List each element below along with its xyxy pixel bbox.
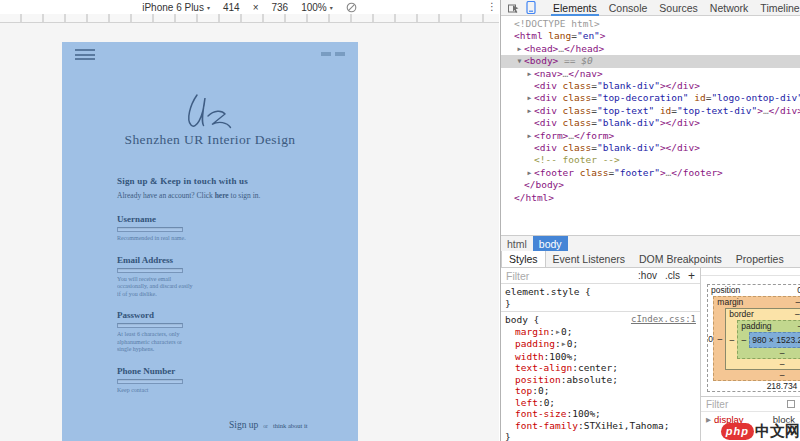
css-property[interactable]: position:absolute;: [505, 374, 696, 386]
form-field: Phone NumberKeep contact: [117, 366, 202, 395]
signup-form: Sign up & Keep in touch with us Already …: [117, 176, 202, 406]
style-rules: element.style {}body {cIndex.css:1margin…: [501, 284, 700, 441]
padding-left-value[interactable]: –: [738, 335, 749, 345]
media-query-ruler[interactable]: [0, 14, 499, 23]
css-property[interactable]: font-family:STXiHei,Tahoma;: [505, 420, 696, 432]
breadcrumb-html[interactable]: html: [501, 236, 533, 251]
site-title: Shenzhen UR Interior Design: [62, 132, 358, 148]
box-model-padding-label: padding: [738, 321, 774, 332]
devtools-panel: ElementsConsoleSourcesNetworkTimeline » …: [500, 0, 800, 441]
watermark-php-badge: php: [721, 423, 754, 440]
password-input[interactable]: [117, 323, 183, 328]
sidebar-tab-properties[interactable]: Properties: [729, 251, 791, 267]
css-property[interactable]: margin:▶0;: [505, 326, 696, 339]
inspect-element-icon[interactable]: [508, 2, 520, 14]
dom-node[interactable]: ▶<footer class="footer">…</footer>: [501, 167, 800, 179]
border-bottom-value[interactable]: –: [726, 359, 800, 369]
viewport-height-field[interactable]: 736: [271, 2, 288, 13]
border-left-value[interactable]: –: [726, 335, 737, 345]
sidebar-tab-styles[interactable]: Styles: [501, 251, 546, 267]
dom-node[interactable]: ▶<form>…</form>: [501, 130, 800, 142]
toggle-class-button[interactable]: .cls: [665, 270, 680, 281]
computed-filter-input[interactable]: Filter: [706, 399, 728, 410]
box-model-diagram[interactable]: position0 0 margin– – border– –: [707, 284, 800, 392]
show-all-checkbox[interactable]: [787, 400, 795, 408]
new-style-rule-button[interactable]: +: [688, 269, 695, 283]
viewport-width-field[interactable]: 414: [223, 2, 240, 13]
footer-or-label: or: [263, 423, 268, 429]
style-rule[interactable]: body {cIndex.css:1margin:▶0;padding:▶0;w…: [501, 312, 700, 441]
tab-network[interactable]: Network: [704, 0, 755, 16]
margin-bottom-value[interactable]: –: [714, 370, 800, 380]
dom-node[interactable]: <!DOCTYPE html>: [501, 18, 800, 30]
dom-node[interactable]: ▼<body> == $0: [501, 55, 800, 67]
nav-mini-links[interactable]: [321, 52, 345, 56]
css-property[interactable]: font-size:100%;: [505, 408, 696, 420]
tab-timeline[interactable]: Timeline: [754, 0, 800, 16]
toggle-device-toolbar-icon[interactable]: [526, 1, 536, 14]
position-top-value[interactable]: 0: [743, 285, 800, 296]
dom-node[interactable]: ▶<nav>…</nav>: [501, 68, 800, 80]
username-input[interactable]: [117, 227, 183, 232]
css-property[interactable]: left:0;: [505, 397, 696, 409]
tab-sources[interactable]: Sources: [653, 0, 704, 16]
sign-in-link[interactable]: here: [215, 191, 229, 200]
box-model-position-label: position: [708, 285, 743, 296]
dom-node[interactable]: <div class="blank-div"></div>: [501, 142, 800, 154]
toggle-hover-state-button[interactable]: :hov: [638, 270, 657, 281]
signup-heading: Sign up & Keep in touch with us: [117, 176, 202, 186]
styles-pane: Filter :hov .cls + element.style {}body …: [501, 268, 701, 441]
dom-node[interactable]: </body>: [501, 179, 800, 191]
dom-node[interactable]: <div class="blank-div"></div>: [501, 117, 800, 129]
hamburger-menu-icon[interactable]: [75, 49, 95, 63]
content-size-value[interactable]: 980 × 1523.270: [749, 332, 800, 348]
signup-submit[interactable]: Sign up: [229, 420, 258, 430]
watermark-text: 中文网: [755, 422, 800, 441]
margin-top-value[interactable]: –: [746, 297, 800, 308]
dom-node[interactable]: ▶<div class="top-text" id="top-text-div"…: [501, 105, 800, 117]
styles-filter-input[interactable]: Filter: [506, 270, 638, 282]
box-model-margin-label: margin: [714, 297, 746, 308]
dom-node[interactable]: <div class="blank-div"></div>: [501, 80, 800, 92]
style-rule[interactable]: element.style {}: [501, 284, 700, 312]
dom-node[interactable]: </html>: [501, 192, 800, 204]
padding-bottom-value[interactable]: –: [738, 348, 800, 358]
phone-number-input[interactable]: [117, 379, 183, 384]
breadcrumb-body[interactable]: body: [533, 236, 568, 251]
device-select[interactable]: iPhone 6 Plus ▾: [142, 2, 210, 13]
computed-filter-row: Filter: [701, 396, 800, 412]
think-about-it-link[interactable]: think about it: [273, 422, 308, 429]
css-property[interactable]: text-align:center;: [505, 362, 696, 374]
rotate-icon[interactable]: [346, 2, 357, 13]
form-field: UsernameRecommended in real name.: [117, 214, 202, 243]
styles-filter-row: Filter :hov .cls +: [501, 268, 700, 284]
css-property[interactable]: width:100%;: [505, 351, 696, 363]
css-property[interactable]: top:0;: [505, 385, 696, 397]
chevron-down-icon: ▾: [207, 4, 210, 11]
stylesheet-source-link[interactable]: cIndex.css:1: [631, 314, 696, 326]
sidebar-tab-event-listeners[interactable]: Event Listeners: [546, 251, 632, 267]
more-options-icon[interactable]: ⋮: [487, 0, 497, 14]
zoom-select-label: 100%: [301, 2, 327, 13]
form-field: PasswordAt least 6 characters, only alph…: [117, 310, 202, 354]
border-top-value[interactable]: –: [757, 309, 800, 320]
position-bottom-value[interactable]: 218.734: [708, 381, 800, 391]
form-fields: UsernameRecommended in real name.Email A…: [117, 214, 202, 394]
dom-node[interactable]: ▶<head>…</head>: [501, 43, 800, 55]
tab-elements[interactable]: Elements: [547, 0, 603, 16]
tab-console[interactable]: Console: [603, 0, 654, 16]
margin-left-value[interactable]: –: [714, 334, 725, 344]
css-property[interactable]: padding:▶0;: [505, 338, 696, 351]
devtools-toolbar: ElementsConsoleSourcesNetworkTimeline »: [501, 0, 800, 16]
dom-node[interactable]: ▶<div class="top-decoration" id="logo-on…: [501, 92, 800, 104]
dom-node[interactable]: <html lang="en">: [501, 30, 800, 42]
page-canvas: Shenzhen UR Interior Design Sign up & Ke…: [0, 23, 499, 441]
email-address-input[interactable]: [117, 268, 183, 273]
sidebar-tab-dom-breakpoints[interactable]: DOM Breakpoints: [632, 251, 729, 267]
expand-arrow-icon[interactable]: ▶: [706, 416, 711, 424]
zoom-select[interactable]: 100% ▾: [301, 2, 333, 13]
device-select-label: iPhone 6 Plus: [142, 2, 204, 13]
computed-pane-header: [701, 268, 800, 276]
padding-top-value[interactable]: –: [775, 321, 800, 332]
dom-node[interactable]: <!-- footer -->: [501, 154, 800, 166]
